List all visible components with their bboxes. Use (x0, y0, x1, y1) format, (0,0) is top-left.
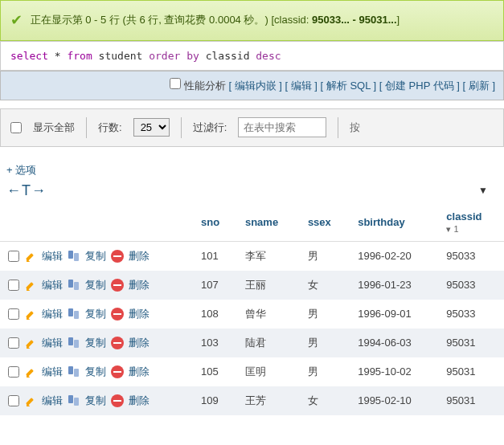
filter-input[interactable] (238, 117, 326, 137)
edit-row-link[interactable]: 编辑 (42, 307, 63, 321)
pencil-icon (24, 365, 37, 378)
cell-sname: 李军 (237, 241, 300, 271)
check-icon: ✔ (10, 12, 23, 28)
col-sname[interactable]: sname (237, 204, 300, 242)
pencil-icon (24, 279, 37, 292)
delete-row-link[interactable]: 删除 (129, 336, 150, 350)
perf-checkbox[interactable] (170, 78, 181, 89)
copy-icon (68, 394, 80, 407)
table-row: 编辑复制删除107王丽女1996-01-2395033 (0, 271, 504, 300)
create-php-link[interactable]: 创建 PHP 代码 (385, 80, 454, 92)
row-checkbox[interactable] (8, 337, 19, 349)
cell-ssex: 女 (300, 271, 350, 300)
col-sbirthday[interactable]: sbirthday (350, 204, 438, 242)
results-table: sno sname ssex sbirthday classid▾ 1 编辑复制… (0, 204, 504, 415)
col-sno[interactable]: sno (193, 204, 237, 242)
edit-inline-link[interactable]: 编辑内嵌 (235, 80, 277, 92)
cell-ssex: 男 (300, 357, 350, 386)
cell-sno: 108 (193, 300, 237, 329)
showall-checkbox[interactable] (10, 122, 22, 133)
cell-ssex: 男 (300, 300, 350, 329)
cell-sno: 103 (193, 329, 237, 357)
copy-row-link[interactable]: 复制 (85, 278, 106, 292)
copy-row-link[interactable]: 复制 (85, 307, 106, 321)
copy-row-link[interactable]: 复制 (85, 365, 106, 379)
status-bar: ✔ 正在显示第 0 - 5 行 (共 6 行, 查询花费 0.0004 秒。) … (0, 0, 504, 41)
edit-row-link[interactable]: 编辑 (42, 336, 63, 350)
row-checkbox[interactable] (8, 308, 19, 320)
sort-caret-icon[interactable]: ▼ (478, 185, 488, 196)
sort-by-trunc: 按 (350, 120, 360, 135)
explain-sql-link[interactable]: 解析 SQL (326, 80, 371, 92)
edit-row-link[interactable]: 编辑 (42, 365, 63, 379)
controls-bar: 显示全部 行数: 25 过滤行: 按 (0, 108, 504, 147)
cell-classid: 95031 (438, 329, 504, 357)
delete-icon (111, 250, 124, 263)
delete-row-link[interactable]: 删除 (129, 278, 150, 292)
rows-label: 行数: (98, 120, 122, 135)
cell-ssex: 女 (300, 386, 350, 415)
rows-select[interactable]: 25 (133, 118, 170, 137)
row-checkbox[interactable] (8, 280, 19, 291)
copy-row-link[interactable]: 复制 (85, 336, 106, 350)
col-classid[interactable]: classid▾ 1 (438, 204, 504, 242)
cell-sno: 107 (193, 271, 237, 300)
table-row: 编辑复制删除109王芳女1995-02-1095031 (0, 386, 504, 415)
cell-classid: 95031 (438, 386, 504, 415)
move-column-icon[interactable]: ←T→ (6, 182, 47, 199)
copy-row-link[interactable]: 复制 (85, 394, 106, 408)
pencil-icon (24, 308, 37, 320)
edit-row-link[interactable]: 编辑 (42, 249, 63, 263)
row-checkbox[interactable] (8, 366, 19, 378)
options-link[interactable]: + 选项 (6, 163, 504, 178)
copy-icon (68, 337, 80, 349)
row-checkbox[interactable] (8, 251, 19, 262)
copy-row-link[interactable]: 复制 (85, 249, 106, 263)
delete-icon (111, 308, 124, 320)
perf-label: 性能分析 (184, 80, 226, 92)
cell-sbirthday: 1996-01-23 (350, 271, 438, 300)
cell-sname: 曾华 (237, 300, 300, 329)
col-ssex[interactable]: ssex (300, 204, 350, 242)
query-toolbar: 性能分析 [ 编辑内嵌 ] [ 编辑 ] [ 解析 SQL ] [ 创建 PHP… (0, 71, 504, 100)
row-checkbox[interactable] (8, 395, 19, 406)
cell-classid: 95033 (438, 300, 504, 329)
status-text: 正在显示第 0 - 5 行 (共 6 行, 查询花费 0.0004 秒。) [c… (31, 14, 312, 26)
cell-sbirthday: 1996-02-20 (350, 241, 438, 271)
actions-header (0, 204, 193, 242)
status-range: 95033... - 95031... (312, 14, 397, 26)
delete-row-link[interactable]: 删除 (129, 307, 150, 321)
cell-sbirthday: 1996-09-01 (350, 300, 438, 329)
filter-label: 过滤行: (193, 120, 227, 135)
cell-sname: 王芳 (237, 386, 300, 415)
delete-icon (111, 279, 124, 292)
column-tools-row: ←T→ ▼ (0, 182, 504, 204)
copy-icon (68, 279, 80, 292)
cell-sno: 105 (193, 357, 237, 386)
edit-link[interactable]: 编辑 (291, 80, 312, 92)
delete-row-link[interactable]: 删除 (129, 394, 150, 408)
edit-row-link[interactable]: 编辑 (42, 394, 63, 408)
table-row: 编辑复制删除105匡明男1995-10-0295031 (0, 357, 504, 386)
cell-ssex: 男 (300, 329, 350, 357)
pencil-icon (24, 337, 37, 349)
cell-classid: 95031 (438, 357, 504, 386)
cell-sname: 王丽 (237, 271, 300, 300)
delete-row-link[interactable]: 删除 (129, 249, 150, 263)
delete-icon (111, 365, 124, 378)
cell-sname: 陆君 (237, 329, 300, 357)
refresh-link[interactable]: 刷新 (469, 80, 490, 92)
cell-sname: 匡明 (237, 357, 300, 386)
pencil-icon (24, 394, 37, 407)
delete-icon (111, 394, 124, 407)
table-row: 编辑复制删除101李军男1996-02-2095033 (0, 241, 504, 271)
delete-row-link[interactable]: 删除 (129, 365, 150, 379)
copy-icon (68, 365, 80, 378)
pencil-icon (24, 250, 37, 263)
copy-icon (68, 308, 80, 320)
cell-sbirthday: 1995-10-02 (350, 357, 438, 386)
edit-row-link[interactable]: 编辑 (42, 278, 63, 292)
cell-sno: 101 (193, 241, 237, 271)
table-row: 编辑复制删除108曾华男1996-09-0195033 (0, 300, 504, 329)
cell-ssex: 男 (300, 241, 350, 271)
